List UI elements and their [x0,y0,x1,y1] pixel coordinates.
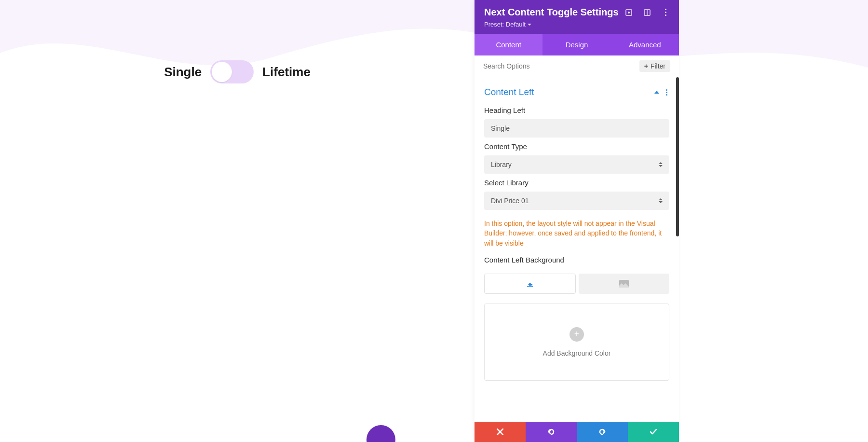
cancel-button[interactable] [475,422,526,442]
section-title[interactable]: Content Left [484,87,534,97]
preview-area: Single Lifetime [0,0,475,442]
select-library-field: Select Library Divi Price 01 [475,174,679,210]
redo-button[interactable] [577,422,628,442]
content-left-bg-label: Content Left Background [484,256,669,264]
toggle-right-label: Lifetime [262,65,311,80]
search-row: + Filter [475,55,679,77]
fill-icon [526,279,534,288]
toggle-switch[interactable] [210,60,254,83]
filter-button[interactable]: + Filter [639,60,670,72]
close-icon [497,428,503,435]
background-tabs [475,269,679,294]
panel-footer [475,422,679,442]
panel-body: Content Left Heading Left Content Type L… [475,77,679,422]
expand-icon[interactable] [625,9,633,16]
content-type-field: Content Type Library [475,138,679,174]
heading-left-field: Heading Left [475,101,679,138]
tab-content[interactable]: Content [475,34,542,55]
content-toggle: Single Lifetime [164,60,311,83]
content-type-label: Content Type [484,142,669,151]
undo-button[interactable] [526,422,577,442]
section-more-icon[interactable] [666,89,667,96]
select-arrows-icon [659,198,663,203]
content-type-value: Library [491,161,512,168]
collapse-icon[interactable] [654,91,659,94]
settings-panel: Next Content Toggle Settings Preset: Def… [475,0,679,442]
panel-title: Next Content Toggle Settings [484,7,619,18]
more-icon[interactable] [662,9,669,16]
plus-icon: + [644,62,648,70]
add-background-button[interactable]: + [570,327,584,342]
scrollbar[interactable] [676,77,679,236]
select-library-value: Divi Price 01 [491,197,529,205]
save-button[interactable] [628,422,679,442]
preset-selector[interactable]: Preset: Default [484,21,669,28]
panel-header: Next Content Toggle Settings Preset: Def… [475,0,679,34]
check-icon [650,428,657,435]
svg-point-1 [628,12,630,14]
redo-icon [598,428,607,436]
add-background-label: Add Background Color [543,349,611,357]
content-left-bg-field: Content Left Background [475,251,679,264]
heading-left-label: Heading Left [484,106,669,114]
tab-advanced[interactable]: Advanced [611,34,679,55]
heading-left-input[interactable] [484,119,669,138]
snap-icon[interactable] [643,9,651,16]
caret-down-icon [528,24,531,26]
info-text: In this option, the layout style will no… [475,210,679,251]
settings-tabs: Content Design Advanced [475,34,679,55]
undo-icon [547,428,556,436]
toggle-left-label: Single [164,65,202,80]
select-arrows-icon [659,162,663,167]
filter-label: Filter [651,62,665,70]
tab-design[interactable]: Design [542,34,610,55]
preset-label: Preset: Default [484,21,526,28]
section-header: Content Left [475,77,679,101]
search-input[interactable] [483,62,639,70]
bg-color-tab[interactable] [484,274,576,294]
content-type-select[interactable]: Library [484,155,669,174]
select-library-select[interactable]: Divi Price 01 [484,192,669,210]
bg-image-tab[interactable] [579,274,669,294]
toggle-knob [212,62,232,82]
add-background-area: + Add Background Color [484,304,669,381]
image-icon [619,280,629,288]
select-library-label: Select Library [484,179,669,187]
